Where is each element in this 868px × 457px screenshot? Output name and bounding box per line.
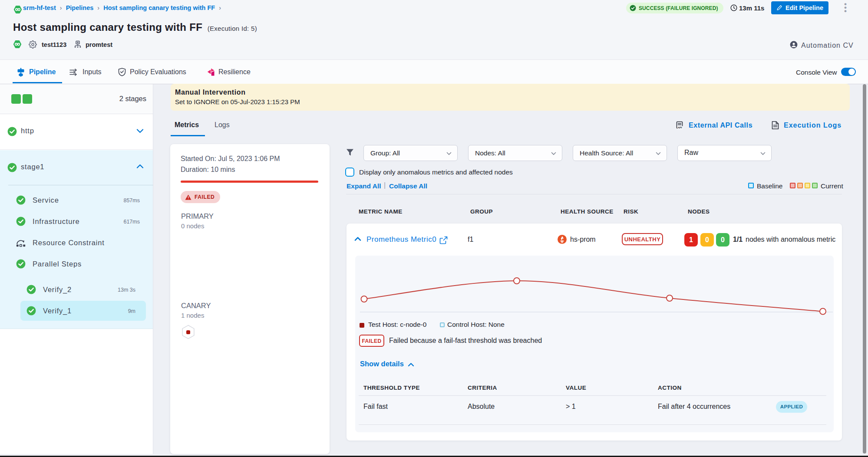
svg-text:API: API bbox=[677, 126, 682, 129]
